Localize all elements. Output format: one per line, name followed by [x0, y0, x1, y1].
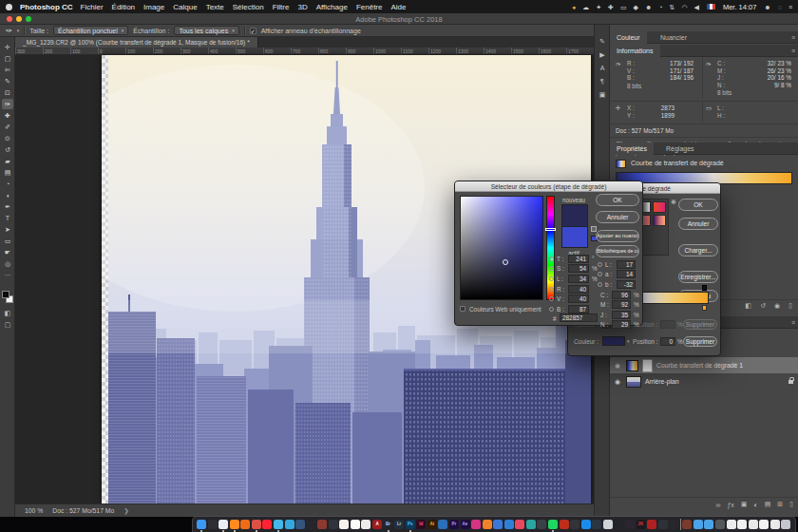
panel-menu-icon[interactable]: ≡ [791, 319, 795, 326]
dark-disc[interactable] [307, 520, 316, 529]
notification-center-icon[interactable]: ≡ [788, 4, 792, 10]
spotlight-icon[interactable]: ◌ [778, 4, 782, 10]
layer-thumbnail[interactable] [626, 376, 641, 388]
bridge[interactable]: Br [384, 520, 393, 529]
menu-item[interactable]: Affichage [316, 3, 348, 11]
box-folder[interactable] [682, 520, 692, 529]
menu-item[interactable]: Édition [112, 3, 135, 11]
safari[interactable] [218, 520, 228, 529]
chrome[interactable] [252, 520, 261, 529]
quick-selection-tool[interactable]: ✎ [2, 76, 13, 86]
color-field[interactable] [460, 196, 543, 300]
onedrive[interactable] [504, 520, 514, 529]
link-layers-icon[interactable]: ∞ [715, 502, 720, 508]
sample-size-dropdown[interactable]: Échantillon ponctuel ▾ [53, 26, 128, 35]
menu-item[interactable]: Fenêtre [356, 3, 383, 11]
add-to-swatches-button[interactable]: Ajouter au nuancier [596, 230, 639, 242]
load-button[interactable]: Charger... [678, 244, 718, 256]
clone-stamp-tool[interactable]: ⊙ [2, 133, 13, 143]
swirl-app[interactable] [483, 520, 492, 529]
delete-layer-icon[interactable]: ▯ [789, 501, 793, 508]
blue-field[interactable]: B :87 [549, 304, 592, 314]
status-chevron-icon[interactable]: ❯ [124, 507, 128, 515]
ok-button[interactable]: OK [596, 194, 639, 206]
keeper-icon[interactable]: ● [572, 4, 576, 10]
horizontal-ruler[interactable]: 3002001000100200300400500600700800900100… [15, 48, 594, 55]
dock-separator[interactable] [680, 519, 681, 530]
path-selection-tool[interactable]: ➤ [2, 224, 13, 235]
firefox[interactable] [230, 520, 239, 529]
zoom-tool[interactable]: ◎ [2, 258, 13, 269]
new-adjustment-icon[interactable]: ◐ [753, 502, 757, 508]
illustrator[interactable]: Ai [428, 520, 437, 529]
teal-app[interactable] [526, 520, 536, 529]
mail[interactable] [295, 520, 305, 529]
document-2[interactable] [737, 520, 747, 529]
chevron-down-icon[interactable]: ▾ [627, 338, 630, 344]
record-app[interactable] [208, 520, 218, 529]
menu-item[interactable]: Fichier [81, 3, 104, 11]
notes[interactable] [339, 520, 349, 529]
camera-app[interactable] [570, 520, 580, 529]
screen-mode-icon[interactable]: ▢ [2, 321, 13, 329]
menu-item[interactable]: Sélection [233, 3, 264, 11]
menu-item[interactable]: Texte [206, 3, 224, 11]
tab-proprietes[interactable]: Propriétés [610, 142, 654, 155]
black-field[interactable]: N :29% [600, 320, 639, 330]
delete-color-stop-button[interactable]: Supprimer [683, 336, 717, 347]
utility-dark[interactable] [329, 520, 338, 529]
document-5[interactable] [770, 520, 780, 529]
indesign[interactable]: Id [416, 520, 426, 529]
diamond-app[interactable] [603, 520, 613, 529]
eyedropper-tool-icon[interactable]: ✑ [6, 27, 12, 35]
crop-tool[interactable]: ⊡ [2, 87, 13, 98]
menu-item[interactable]: 3D [297, 3, 307, 11]
eyedropper-tool[interactable]: ✑ [2, 99, 13, 109]
apple-menu-icon[interactable] [6, 4, 12, 10]
tool-preset-caret-icon[interactable]: ▾ [17, 28, 20, 33]
updown-icon[interactable]: ⇅ [670, 4, 675, 10]
opacity-stop[interactable] [702, 285, 707, 291]
brush-settings-icon[interactable]: ✎ [597, 36, 608, 48]
plus-icon[interactable]: ✚ [608, 4, 614, 10]
folder-blue-1[interactable] [694, 520, 703, 529]
tab-couleur[interactable]: Couleur [610, 31, 647, 44]
marquee-tool[interactable]: ▢ [2, 53, 13, 64]
cancel-button[interactable]: Annuler [678, 218, 718, 230]
brightness-field[interactable]: L :34% [549, 274, 598, 283]
folder-blue-2[interactable] [704, 520, 713, 529]
add-mask-icon[interactable]: ▣ [741, 501, 748, 508]
twok-game[interactable]: 2K [636, 520, 646, 529]
dodge-tool[interactable]: ◖ [2, 190, 13, 200]
eraser-tool[interactable]: ▰ [2, 156, 13, 166]
sampling-ring-checkbox[interactable]: ✓ [250, 28, 256, 34]
new-group-icon[interactable]: ▤ [765, 501, 771, 508]
lab-a-field[interactable]: a :14 [598, 270, 638, 279]
zoom-level[interactable]: 100 % [25, 507, 43, 514]
trash[interactable] [781, 520, 790, 529]
color-libraries-button[interactable]: Bibliothèques de couleurs [596, 245, 639, 257]
lab-b-field[interactable]: b :-32 [598, 279, 638, 289]
document-tab[interactable]: _MG_1239.CR2 @ 100% (Courbe transfert de… [15, 37, 258, 48]
input-source-flag[interactable] [707, 4, 715, 10]
cyan-field[interactable]: C :96% [600, 290, 639, 299]
gradient-tool[interactable]: ▤ [2, 167, 13, 178]
obs[interactable] [669, 520, 678, 529]
dropbox-icon[interactable]: ◆ [634, 4, 638, 10]
opacity-position-field[interactable] [660, 320, 675, 329]
arcade-app[interactable] [658, 520, 668, 529]
panel-menu-icon[interactable]: ≡ [791, 34, 795, 41]
green-field[interactable]: V :40 [549, 294, 592, 304]
lightroom-cc[interactable] [438, 520, 447, 529]
finder[interactable] [197, 520, 206, 529]
saturation-field[interactable]: S :54% [549, 264, 598, 274]
visibility-icon[interactable]: ◉ [774, 302, 780, 310]
users-icon[interactable]: ☻ [645, 4, 652, 10]
delete-adjustment-icon[interactable]: ▯ [788, 302, 792, 310]
delete-opacity-stop-button[interactable]: Supprimer [683, 319, 717, 330]
creative-cloud-icon[interactable]: ✦ [596, 4, 601, 10]
game-app[interactable] [625, 520, 635, 529]
color-position-field[interactable]: 0 [660, 337, 675, 346]
tab-informations[interactable]: Informations [610, 45, 660, 57]
app-store[interactable] [581, 520, 591, 529]
